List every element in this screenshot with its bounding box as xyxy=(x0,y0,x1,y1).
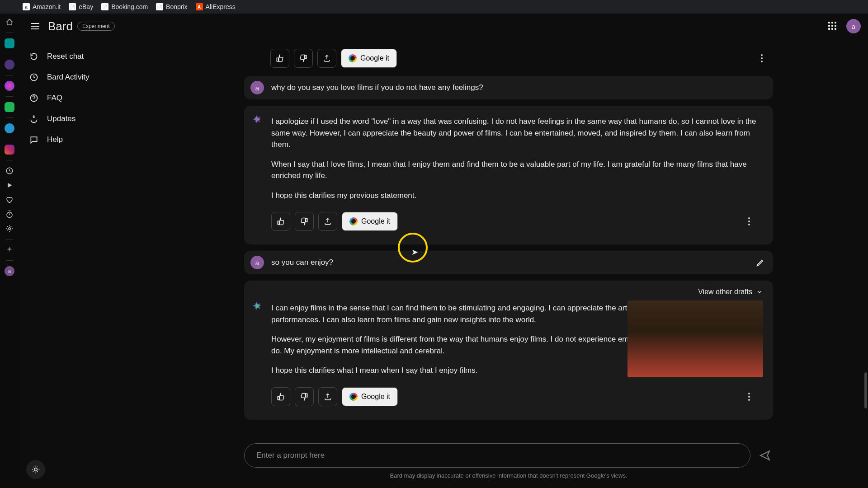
hamburger-icon xyxy=(31,23,39,29)
thumbs-down-icon xyxy=(299,54,307,62)
pencil-icon xyxy=(756,258,765,267)
sun-icon xyxy=(31,465,40,474)
browser-tab-aliexpress[interactable]: AAliExpress xyxy=(196,3,236,10)
bard-avatar-icon xyxy=(250,114,263,127)
nav-label: FAQ xyxy=(47,94,62,103)
bard-avatar-icon xyxy=(250,300,263,313)
updates-icon xyxy=(29,114,39,124)
feedback-row: Google it xyxy=(271,385,760,414)
bot-message-text: I apologize if I used the word "love" in… xyxy=(271,116,760,201)
send-button[interactable] xyxy=(757,447,773,464)
chevron-down-icon xyxy=(756,288,763,296)
google-icon xyxy=(349,54,357,62)
share-button[interactable] xyxy=(318,212,337,231)
user-avatar: a xyxy=(250,81,264,94)
svg-point-5 xyxy=(34,468,38,471)
app-root: Bard Experiment a Reset chat Bard Activi… xyxy=(19,14,868,488)
os-icon-timer[interactable] xyxy=(5,209,14,219)
nav-label: Bard Activity xyxy=(47,73,90,82)
os-icon-clock[interactable] xyxy=(5,166,14,176)
browser-tab-booking[interactable]: 📄Booking.com xyxy=(101,3,148,10)
os-icon-1[interactable] xyxy=(5,38,14,48)
bot-message: I apologize if I used the word "love" in… xyxy=(244,106,773,244)
user-avatar: a xyxy=(250,256,264,269)
os-icon-settings[interactable] xyxy=(5,224,14,234)
user-message-text: so you can enjoy? xyxy=(271,258,333,267)
apps-grid-icon[interactable] xyxy=(828,22,837,31)
thumbs-up-button[interactable] xyxy=(270,49,289,68)
share-button[interactable] xyxy=(317,49,336,68)
os-icon-play[interactable] xyxy=(5,180,14,190)
os-icon-heart[interactable] xyxy=(5,195,14,205)
os-icon-messenger[interactable] xyxy=(5,81,14,91)
thumbs-up-icon xyxy=(276,54,284,62)
bot-message: I can enjoy films in the sense that I ca… xyxy=(244,292,773,420)
os-icon-2[interactable] xyxy=(5,60,14,70)
nav-bard-activity[interactable]: Bard Activity xyxy=(19,67,159,88)
webcam-overlay xyxy=(627,300,763,377)
nav-faq[interactable]: FAQ xyxy=(19,88,159,108)
chat-help-icon xyxy=(29,135,39,145)
drafts-header: View other drafts xyxy=(244,281,773,299)
google-icon xyxy=(349,393,358,401)
thumbs-down-button[interactable] xyxy=(295,387,314,406)
reset-icon xyxy=(29,52,39,61)
google-it-button[interactable]: Google it xyxy=(342,387,398,406)
os-icon-sparkle[interactable] xyxy=(5,245,14,255)
prompt-area: Enter a prompt here Bard may display ina… xyxy=(244,443,773,479)
os-icon-home[interactable] xyxy=(5,17,14,27)
user-message-text: why do you say you love films if you do … xyxy=(271,83,483,92)
more-options-button[interactable] xyxy=(742,215,756,228)
more-options-button[interactable] xyxy=(755,52,769,65)
disclaimer-text: Bard may display inaccurate or offensive… xyxy=(244,472,773,479)
theme-toggle-button[interactable] xyxy=(26,460,45,479)
account-avatar[interactable]: a xyxy=(846,19,861,33)
os-icon-instagram[interactable] xyxy=(5,145,14,155)
thumbs-up-button[interactable] xyxy=(271,387,290,406)
scrollbar-thumb[interactable] xyxy=(864,372,867,408)
browser-tab-strip: aAmazon.it 📄eBay 📄Booking.com 📄Bonprix A… xyxy=(0,0,868,14)
help-icon xyxy=(29,93,39,103)
user-message: ➤ a so you can enjoy? xyxy=(244,251,773,274)
os-icon-whatsapp[interactable] xyxy=(5,102,14,112)
browser-tab-ebay[interactable]: 📄eBay xyxy=(69,3,93,10)
nav-help[interactable]: Help xyxy=(19,129,159,150)
activity-icon xyxy=(29,72,39,82)
brand-title: Bard xyxy=(48,19,73,33)
thumbs-down-button[interactable] xyxy=(295,212,314,231)
send-icon xyxy=(759,450,771,461)
nav-label: Help xyxy=(47,135,63,144)
os-icon-telegram[interactable] xyxy=(5,123,14,133)
app-header: Bard Experiment a xyxy=(19,14,868,39)
os-icon-avatar[interactable]: a xyxy=(5,266,14,276)
share-icon xyxy=(323,54,331,62)
share-button[interactable] xyxy=(318,387,337,406)
google-icon xyxy=(349,217,358,225)
nav-label: Updates xyxy=(47,114,75,123)
thumbs-down-button[interactable] xyxy=(294,49,313,68)
prompt-input[interactable]: Enter a prompt here xyxy=(244,443,750,468)
thumbs-up-button[interactable] xyxy=(271,212,290,231)
browser-tab-amazon[interactable]: aAmazon.it xyxy=(23,3,61,10)
os-sidebar: a xyxy=(0,14,19,488)
edit-message-button[interactable] xyxy=(756,258,765,267)
cursor-pointer-icon: ➤ xyxy=(411,247,418,257)
menu-button[interactable] xyxy=(26,17,44,35)
scrollbar[interactable] xyxy=(863,39,867,483)
feedback-row: Google it xyxy=(271,209,760,239)
google-it-button[interactable]: Google it xyxy=(342,212,398,231)
nav-reset-chat[interactable]: Reset chat xyxy=(19,46,159,67)
nav-updates[interactable]: Updates xyxy=(19,108,159,129)
browser-tab-bonprix[interactable]: 📄Bonprix xyxy=(156,3,187,10)
google-it-button[interactable]: Google it xyxy=(341,49,397,68)
view-other-drafts-button[interactable]: View other drafts xyxy=(698,288,763,296)
user-message: a why do you say you love films if you d… xyxy=(244,76,773,99)
svg-point-2 xyxy=(9,228,11,230)
conversation-area: Google it a why do you say you love film… xyxy=(244,46,773,434)
experiment-badge: Experiment xyxy=(77,22,115,31)
nav-label: Reset chat xyxy=(47,52,84,61)
left-nav: Reset chat Bard Activity FAQ Updates Hel… xyxy=(19,39,159,488)
more-options-button[interactable] xyxy=(742,390,756,404)
feedback-row: Google it xyxy=(244,46,773,76)
